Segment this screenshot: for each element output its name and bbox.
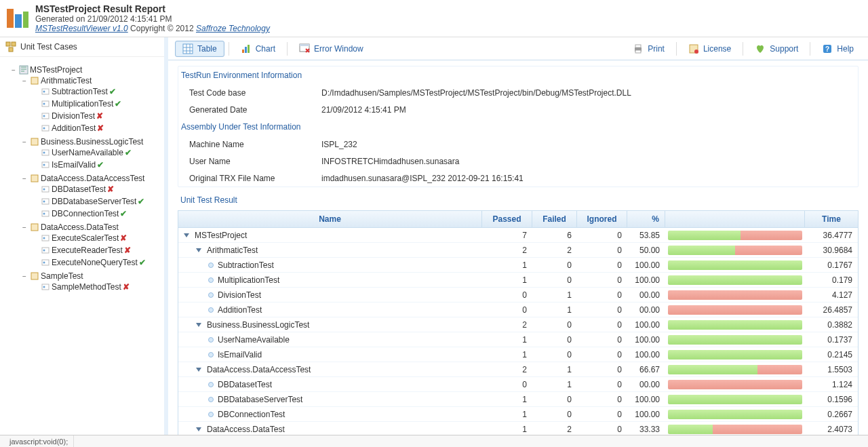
col-passed[interactable]: Passed <box>482 211 532 227</box>
grid-group-row[interactable]: Business.BusinessLogicTest 2 0 0 100.00 … <box>178 317 858 332</box>
expand-icon[interactable] <box>196 368 201 372</box>
tree-group[interactable]: −SampleTest <box>20 271 161 281</box>
chart-button[interactable]: Chart <box>233 41 283 57</box>
tree-test[interactable]: AdditionTest✘ <box>31 123 161 133</box>
tree-test[interactable]: DBDatabaseServerTest✔ <box>31 197 161 206</box>
row-time: 0.2667 <box>805 410 858 419</box>
grid-test-row[interactable]: DBDatabaseServerTest 1 0 0 100.00 0.1596 <box>178 392 858 407</box>
grid-test-row[interactable]: AdditionTest 0 1 0 00.00 26.4857 <box>178 303 858 317</box>
tree-test[interactable]: ExecuteReaderTest✘ <box>31 246 161 255</box>
grid-group-row[interactable]: DataAccess.DataTest 1 2 0 33.33 2.4073 <box>178 422 858 435</box>
generated-line: Generated on 21/09/2012 4:15:41 PM <box>35 14 270 24</box>
expander-icon[interactable]: − <box>20 272 28 280</box>
expander-icon[interactable]: − <box>20 77 28 85</box>
grid-test-row[interactable]: DivisionTest 0 1 0 00.00 4.127 <box>178 288 858 303</box>
table-button[interactable]: Table <box>175 41 224 57</box>
tree-test[interactable]: UserNameAvailable✔ <box>31 148 161 157</box>
row-passed: 2 <box>482 320 532 330</box>
grid-group-row[interactable]: DataAccess.DataAccessTest 2 1 0 66.67 1.… <box>178 362 858 377</box>
help-button[interactable]: ? Help <box>814 41 861 57</box>
project-icon <box>19 65 28 75</box>
col-failed[interactable]: Failed <box>532 211 577 227</box>
progress-bar <box>668 410 802 419</box>
tree-group[interactable]: −ArithmaticTest <box>20 76 161 85</box>
support-button[interactable]: Support <box>747 41 806 57</box>
row-percent: 00.00 <box>627 290 665 300</box>
svg-rect-47 <box>300 44 309 46</box>
col-time[interactable]: Time <box>805 211 858 227</box>
content[interactable]: TestRun Environment Information Test Cod… <box>168 60 868 435</box>
grid-test-row[interactable]: DBDatasetTest 0 1 0 00.00 1.124 <box>178 377 858 392</box>
row-name: UserNameAvailable <box>218 335 290 345</box>
row-time: 0.1737 <box>805 335 858 345</box>
grid-group-row[interactable]: ArithmaticTest 2 2 0 50.00 30.9684 <box>178 243 858 258</box>
tree-test[interactable]: DBDatasetTest✘ <box>31 184 161 194</box>
error-window-button[interactable]: Error Window <box>292 41 371 57</box>
grid-test-row[interactable]: MultiplicationTest 1 0 0 100.00 0.179 <box>178 273 858 288</box>
row-percent: 00.00 <box>627 305 665 315</box>
expander-icon[interactable]: − <box>20 174 28 182</box>
results-title: Unit Test Result <box>178 190 859 209</box>
tree-test[interactable]: DBConnectionTest✔ <box>31 209 161 218</box>
expander-icon[interactable]: − <box>20 138 28 146</box>
row-time: 0.1596 <box>805 395 858 404</box>
row-ignored: 0 <box>577 425 627 434</box>
bullet-icon <box>208 412 214 417</box>
tree-test[interactable]: SampleMethodTest✘ <box>31 282 161 292</box>
tree-test[interactable]: SubtractionTest✔ <box>31 87 161 96</box>
tree-test[interactable]: ExecuteNoneQueryTest✔ <box>31 258 161 267</box>
tree-test[interactable]: IsEmailValid✔ <box>31 160 161 170</box>
col-ignored[interactable]: Ignored <box>577 211 627 227</box>
grid-test-row[interactable]: IsEmailValid 1 0 0 100.00 0.2145 <box>178 347 858 362</box>
row-ignored: 0 <box>577 410 627 419</box>
row-failed: 1 <box>532 365 577 374</box>
svg-point-25 <box>43 201 45 203</box>
col-name[interactable]: Name <box>178 211 482 227</box>
vendor-link[interactable]: Saffroze Technology <box>196 24 270 33</box>
row-ignored: 0 <box>577 275 627 285</box>
expand-icon[interactable] <box>196 248 201 252</box>
test-icon <box>41 87 50 96</box>
grid-test-row[interactable]: UserNameAvailable 1 0 0 100.00 0.1737 <box>178 332 858 347</box>
env-section1: TestRun Environment Information <box>178 66 858 84</box>
row-passed: 1 <box>482 410 532 419</box>
tree-group[interactable]: −DataAccess.DataTest <box>20 222 161 232</box>
svg-rect-2 <box>23 12 28 28</box>
col-percent[interactable]: % <box>627 211 665 227</box>
expand-icon[interactable] <box>184 233 189 237</box>
row-failed: 1 <box>532 290 577 300</box>
tree-group[interactable]: −DataAccess.DataAccessTest <box>20 174 161 183</box>
expand-icon[interactable] <box>196 323 201 327</box>
progress-bar <box>668 260 802 270</box>
expander-icon[interactable]: − <box>20 223 28 231</box>
tree-root-node[interactable]: −MSTestProject <box>9 65 161 75</box>
row-failed: 0 <box>532 410 577 419</box>
tree-test[interactable]: MultiplicationTest✔ <box>31 99 161 109</box>
grid-group-row[interactable]: MSTestProject 7 6 0 53.85 36.4777 <box>178 228 858 243</box>
svg-rect-0 <box>7 9 14 28</box>
tree-group[interactable]: −Business.BusinessLogicTest <box>20 137 161 147</box>
pass-icon: ✔ <box>120 209 127 218</box>
row-ignored: 0 <box>577 305 627 315</box>
tree[interactable]: −MSTestProject−ArithmaticTestSubtraction… <box>0 57 165 435</box>
tree-test[interactable]: ExecuteScalerTest✘ <box>31 233 161 243</box>
print-button[interactable]: Print <box>625 41 672 57</box>
splitter[interactable] <box>164 37 168 435</box>
chart-icon <box>241 43 252 54</box>
grid-test-row[interactable]: DBConnectionTest 1 0 0 100.00 0.2667 <box>178 407 858 422</box>
row-name: DBDatabaseServerTest <box>218 395 302 404</box>
product-link[interactable]: MSTestResultViewer v1.0 <box>35 24 128 33</box>
row-percent: 100.00 <box>627 395 665 404</box>
fail-icon: ✘ <box>107 184 114 194</box>
svg-rect-3 <box>6 42 10 46</box>
bullet-icon <box>208 397 214 402</box>
grid-test-row[interactable]: SubtractionTest 1 0 0 100.00 0.1767 <box>178 258 858 273</box>
row-percent: 33.33 <box>627 425 665 434</box>
license-button[interactable]: License <box>681 41 738 57</box>
row-ignored: 0 <box>577 260 627 270</box>
license-icon <box>688 43 699 54</box>
tree-test[interactable]: DivisionTest✘ <box>31 111 161 121</box>
expand-icon[interactable] <box>196 427 201 431</box>
svg-point-34 <box>43 262 45 264</box>
expander-icon[interactable]: − <box>9 66 18 74</box>
